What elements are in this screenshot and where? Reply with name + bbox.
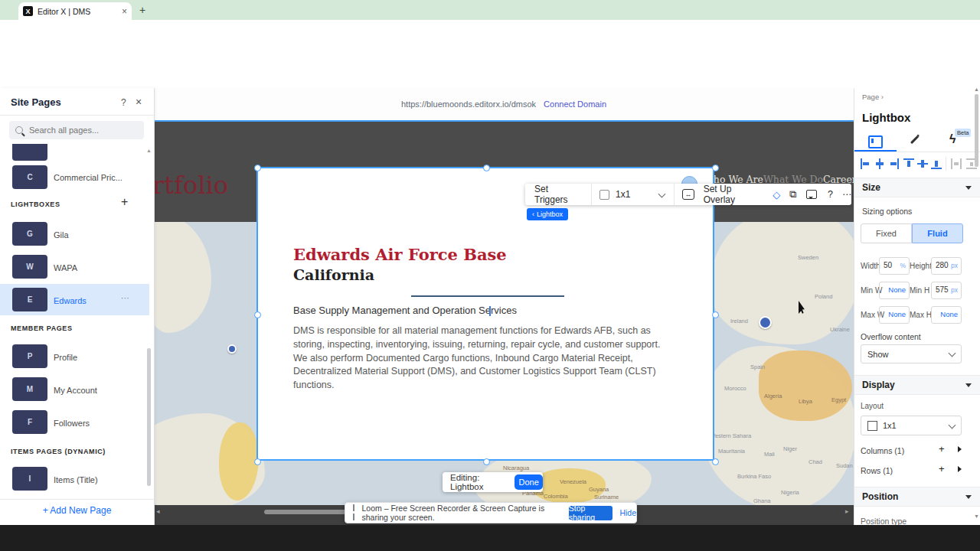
align-bottom-icon[interactable] [931, 158, 942, 169]
lightbox-tagline[interactable]: Base Supply Management and Operation Ser… [293, 305, 517, 316]
height-field[interactable]: 280px [931, 257, 962, 275]
map-marker-small[interactable] [227, 344, 237, 354]
page-thumb[interactable]: C [12, 165, 47, 189]
lightbox-thumb-edwards[interactable]: E [12, 288, 47, 311]
hide-banner-link[interactable]: Hide [619, 508, 636, 517]
resize-handle-w[interactable] [254, 311, 261, 318]
panel-scrollbar[interactable] [975, 94, 978, 167]
add-column-icon[interactable]: + [939, 443, 945, 455]
layout-label: Layout [861, 402, 884, 410]
panel-scroll-down-icon[interactable]: ▼ [974, 514, 979, 519]
resize-handle-se[interactable] [712, 458, 719, 465]
tab-layout-icon[interactable] [868, 135, 883, 148]
search-input[interactable] [28, 125, 130, 135]
lightbox-thumb-wapa[interactable]: W [12, 255, 47, 279]
page-label[interactable]: Commercial Pric... [54, 173, 122, 182]
set-up-overlay-button[interactable]: Set Up Overlay [704, 184, 764, 205]
max-w-field[interactable]: None [879, 306, 910, 324]
done-button[interactable]: Done [514, 474, 543, 490]
help-icon[interactable]: ? [121, 97, 126, 108]
max-h-field[interactable]: None [931, 306, 962, 324]
align-top-icon[interactable] [903, 158, 914, 169]
resize-handle-sw[interactable] [254, 458, 261, 465]
add-lightbox-icon[interactable]: + [121, 195, 128, 209]
breadcrumb[interactable]: Page › [862, 93, 884, 101]
chevron-down-icon[interactable] [658, 190, 666, 197]
display-section-header[interactable]: Display [854, 375, 980, 395]
beta-badge: Beta [955, 129, 971, 137]
resize-handle-n[interactable] [483, 165, 490, 171]
lightbox-thumb-gila[interactable]: G [12, 222, 47, 246]
lightbox-label-gila[interactable]: Gila [54, 230, 69, 240]
lightboxes-header: LIGHTBOXES [11, 201, 60, 208]
min-h-field[interactable]: 575px [931, 282, 962, 299]
tab-close-icon[interactable]: × [122, 6, 127, 17]
distribute-h-icon[interactable] [951, 158, 962, 169]
align-left-icon[interactable] [861, 158, 871, 169]
page-thumb-my-account[interactable]: M [12, 377, 47, 401]
page-thumb-partial[interactable] [12, 144, 47, 161]
lightbox-label-wapa[interactable]: WAPA [54, 263, 77, 272]
add-new-page-button[interactable]: + Add New Page [0, 505, 154, 516]
devices-icon[interactable]: ⧉ [789, 188, 796, 201]
scroll-left-icon[interactable]: ◂ [156, 507, 160, 515]
layout-value[interactable]: 1x1 [616, 189, 630, 200]
sidebar-scrollbar[interactable] [147, 348, 151, 486]
page-thumb-items[interactable]: I [12, 467, 47, 491]
connect-domain-link[interactable]: Connect Domain [544, 99, 606, 109]
scroll-right-icon[interactable]: ▸ [845, 507, 849, 515]
position-section-header[interactable]: Position [854, 487, 980, 507]
page-label-followers[interactable]: Followers [54, 419, 90, 428]
search-pages[interactable] [9, 121, 144, 139]
help-icon[interactable]: ? [828, 189, 833, 200]
tab-title: Editor X | DMS [38, 7, 122, 16]
resize-handle-ne[interactable] [712, 165, 719, 171]
map-label: Ghana [753, 497, 771, 504]
align-middle-v-icon[interactable] [917, 158, 928, 169]
min-w-field[interactable]: None [879, 282, 910, 299]
element-badge[interactable]: ‹ Lightbox [527, 208, 568, 220]
new-tab-button[interactable]: + [139, 4, 145, 16]
resize-handle-e[interactable] [712, 311, 719, 318]
tab-design-icon[interactable] [910, 139, 920, 141]
sizing-fixed-button[interactable]: Fixed [861, 223, 912, 243]
expand-columns-icon[interactable] [958, 446, 962, 452]
browser-tab[interactable]: X Editor X | DMS × [18, 2, 132, 20]
resize-handle-nw[interactable] [254, 165, 261, 171]
page-label-profile[interactable]: Profile [54, 353, 77, 362]
list-scroll-up-icon[interactable]: ▲ [146, 148, 152, 153]
page-thumb-profile[interactable]: P [12, 344, 47, 368]
align-center-h-icon[interactable] [874, 158, 885, 169]
map-cluster-marker[interactable] [759, 316, 772, 329]
resize-handle-s[interactable] [483, 458, 490, 465]
comment-icon[interactable] [806, 190, 818, 199]
width-field[interactable]: 50% [879, 257, 910, 275]
set-triggers-button[interactable]: Set Triggers [525, 184, 591, 205]
browser-tab-strip: X Editor X | DMS × + [0, 0, 980, 20]
close-panel-icon[interactable]: × [136, 96, 142, 108]
lightbox-subtitle[interactable]: California [293, 266, 374, 283]
expand-rows-icon[interactable] [958, 466, 962, 472]
margins-icon[interactable]: ↔ [682, 189, 694, 200]
lightbox-title[interactable]: Edwards Air Force Base [293, 245, 507, 264]
lightbox-body[interactable]: DMS is responsible for all material mana… [293, 324, 673, 393]
editor-toolbar: + ❖ A ⊞ ▦ Edwards ⋯ W 1908 px ↶ ↷ [0, 63, 980, 89]
lightbox-label-edwards[interactable]: Edwards [54, 296, 87, 305]
sizing-fluid-button[interactable]: Fluid [912, 223, 963, 243]
panel-scroll-up-icon[interactable]: ▲ [974, 86, 979, 92]
inspector-icon[interactable]: ◇ [773, 189, 780, 201]
map-label: Colombia [544, 493, 568, 500]
page-options-icon[interactable]: ⋯ [121, 293, 129, 303]
layout-dropdown[interactable]: 1x1 [861, 416, 962, 435]
size-section-header[interactable]: Size [854, 178, 980, 197]
more-icon[interactable]: ⋯ [842, 189, 851, 200]
page-label-my-account[interactable]: My Account [54, 386, 97, 395]
page-thumb-followers[interactable]: F [12, 410, 47, 434]
map-land-north-america [154, 222, 211, 333]
align-right-icon[interactable] [888, 158, 899, 169]
add-row-icon[interactable]: + [939, 463, 945, 474]
overflow-dropdown[interactable]: Show [861, 344, 962, 364]
page-label-items[interactable]: Items (Title) [54, 475, 98, 484]
stop-sharing-button[interactable]: Stop sharing [569, 506, 613, 520]
lightbox-element[interactable]: Edwards Air Force Base California Base S… [256, 167, 714, 461]
